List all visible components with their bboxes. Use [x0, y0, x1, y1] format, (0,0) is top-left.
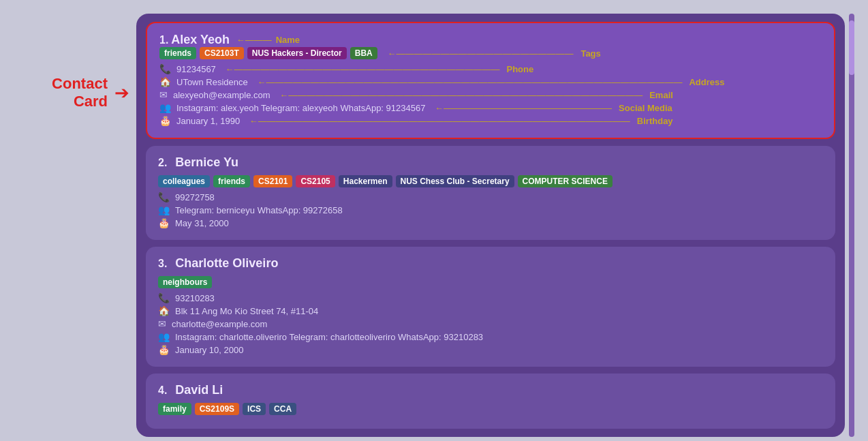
phone-annotation: Phone: [506, 64, 533, 74]
contact-1-birthday: January 1, 1990: [176, 116, 240, 126]
address-annotation: Address: [689, 77, 724, 87]
contact-3-number: 3.: [158, 258, 167, 270]
sidebar: Contact Card ➔: [14, 14, 136, 437]
birthday-icon-1: 🎂: [159, 115, 171, 126]
contact-card-text-line2: Card: [52, 93, 108, 110]
arrow-right-icon: ➔: [114, 84, 129, 102]
contact-1-email: alexyeoh@example.com: [173, 90, 270, 100]
contact-2-birthday-row: 🎂 May 31, 2000: [158, 217, 823, 228]
contact-card-text: Contact Card: [52, 75, 108, 111]
email-annotation: Email: [649, 90, 673, 100]
contact-1-address: UTown Residence: [176, 77, 248, 87]
phone-arrow: ←——————————————————————————————: [223, 64, 500, 74]
email-icon-1: ✉: [159, 89, 168, 100]
contact-3-birthday: January 10, 2000: [175, 345, 243, 355]
contact-3-phone-row: 📞 93210283: [158, 292, 823, 303]
contact-3-address: Blk 11 Ang Mo Kio Street 74, #11-04: [175, 306, 318, 316]
contact-4-number: 4.: [158, 384, 167, 397]
address-icon-1: 🏠: [159, 76, 171, 87]
birthday-arrow: ←———————————————————————————————————————…: [247, 116, 630, 126]
contact-3-birthday-row: 🎂 January 10, 2000: [158, 344, 823, 355]
contact-1-phone: 91234567: [176, 64, 216, 74]
contact-1-social-row: 👥 Instagram: alex.yeoh Telegram: alexyeo…: [159, 102, 822, 113]
tags-arrow: ←————————————————————: [385, 48, 574, 59]
contact-1-name: Alex Yeoh: [171, 33, 230, 47]
social-annotation: Social Media: [619, 103, 672, 113]
tag-colleagues-2[interactable]: colleagues: [158, 175, 210, 187]
contact-1-header: 1. Alex Yeoh ←——— Name: [159, 33, 822, 47]
outer-wrapper: Contact Card ➔ 1. Alex Yeoh ←——— Name fr…: [14, 14, 854, 437]
tag-friends-1[interactable]: friends: [159, 47, 196, 59]
tag-hackermen-2[interactable]: Hackermen: [339, 175, 392, 187]
birthday-icon-2: 🎂: [158, 217, 170, 228]
tag-neighbours-3[interactable]: neighbours: [158, 276, 212, 288]
social-icon-2: 👥: [158, 204, 170, 215]
contact-3-name: Charlotte Oliveiro: [175, 256, 278, 271]
contact-2-birthday: May 31, 2000: [175, 218, 229, 228]
tag-computer-science-2[interactable]: COMPUTER SCIENCE: [518, 175, 613, 187]
contact-1-social: Instagram: alex.yeoh Telegram: alexyeoh …: [176, 103, 425, 113]
tag-cca-4[interactable]: CCA: [269, 403, 296, 415]
email-icon-3: ✉: [158, 318, 166, 329]
contact-2-name: Bernice Yu: [175, 155, 238, 170]
tag-bba-1[interactable]: BBA: [350, 47, 377, 59]
contact-2-phone-row: 📞 99272758: [158, 192, 823, 202]
contact-3-header: 3. Charlotte Oliveiro: [158, 256, 823, 271]
contact-card-text-line1: Contact: [52, 75, 108, 93]
contact-1-email-row: ✉ alexyeoh@example.com ←————————————————…: [159, 89, 822, 100]
contact-card-3[interactable]: 3. Charlotte Oliveiro neighbours 📞 93210…: [146, 247, 835, 367]
social-arrow: ←———————————————————: [432, 103, 612, 113]
phone-icon-2: 📞: [158, 192, 170, 202]
contact-1-birthday-row: 🎂 January 1, 1990 ←—————————————————————…: [159, 115, 822, 126]
contact-3-tags-row: neighbours: [158, 276, 823, 288]
contact-2-social: Telegram: berniceyu WhatsApp: 99272658: [175, 205, 343, 215]
contact-4-name: David Li: [175, 383, 223, 397]
contact-card-2[interactable]: 2. Bernice Yu colleagues friends CS2101 …: [146, 146, 835, 240]
name-arrow: ←———: [234, 35, 272, 45]
tags-annotation: Tags: [580, 48, 600, 59]
contact-4-tags-row: family CS2109S ICS CCA: [158, 403, 823, 415]
contact-2-tags-row: colleagues friends CS2101 CS2105 Hackerm…: [158, 175, 823, 187]
contact-2-phone: 99272758: [175, 192, 215, 202]
scrollbar[interactable]: [849, 14, 854, 437]
contact-2-social-row: 👥 Telegram: berniceyu WhatsApp: 99272658: [158, 204, 823, 215]
contact-card-4[interactable]: 4. David Li family CS2109S ICS CCA: [146, 374, 835, 429]
tag-cs2101-2[interactable]: CS2101: [253, 175, 292, 187]
contact-1-phone-row: 📞 91234567 ←————————————————————————————…: [159, 63, 822, 74]
address-icon-3: 🏠: [158, 305, 170, 316]
social-icon-3: 👥: [158, 331, 170, 342]
contact-2-header: 2. Bernice Yu: [158, 155, 823, 170]
tag-cs2109s-4[interactable]: CS2109S: [195, 403, 239, 415]
tag-friends-2[interactable]: friends: [213, 175, 250, 187]
contact-3-phone: 93210283: [175, 293, 215, 303]
contact-card-1[interactable]: 1. Alex Yeoh ←——— Name friends CS2103T N…: [146, 22, 835, 139]
phone-icon-3: 📞: [158, 292, 170, 303]
contact-3-social: Instagram: charlotte.oliveriro Telegram:…: [175, 332, 483, 342]
scrollbar-thumb[interactable]: [849, 20, 854, 75]
contact-1-tags-row: friends CS2103T NUS Hackers - Director B…: [159, 47, 822, 59]
email-arrow: ←———————————————————————————————————————…: [277, 90, 643, 100]
contact-3-social-row: 👥 Instagram: charlotte.oliveriro Telegra…: [158, 331, 823, 342]
name-annotation: Name: [276, 35, 300, 45]
contact-1-number: 1.: [159, 34, 168, 46]
contact-1-address-row: 🏠 UTown Residence ←—————————————————————…: [159, 76, 822, 87]
address-arrow: ←———————————————————————————————————————…: [255, 77, 683, 87]
tag-cs2105-2[interactable]: CS2105: [296, 175, 335, 187]
birthday-annotation: Birthday: [637, 116, 673, 126]
social-icon-1: 👥: [159, 102, 171, 113]
tag-nus-hackers-director-1[interactable]: NUS Hackers - Director: [247, 47, 347, 59]
birthday-icon-3: 🎂: [158, 344, 170, 355]
contact-card-label: Contact Card ➔: [52, 75, 129, 111]
tag-cs2103t-1[interactable]: CS2103T: [200, 47, 244, 59]
tag-ics-4[interactable]: ICS: [243, 403, 266, 415]
tag-nus-chess-2[interactable]: NUS Chess Club - Secretary: [396, 175, 514, 187]
phone-icon-1: 📞: [159, 63, 171, 74]
contact-3-address-row: 🏠 Blk 11 Ang Mo Kio Street 74, #11-04: [158, 305, 823, 316]
main-panel: 1. Alex Yeoh ←——— Name friends CS2103T N…: [136, 14, 845, 437]
contact-4-header: 4. David Li: [158, 383, 823, 397]
contact-3-email-row: ✉ charlotte@example.com: [158, 318, 823, 329]
contact-2-number: 2.: [158, 157, 167, 169]
contact-3-email: charlotte@example.com: [172, 319, 267, 329]
tag-family-4[interactable]: family: [158, 403, 191, 415]
